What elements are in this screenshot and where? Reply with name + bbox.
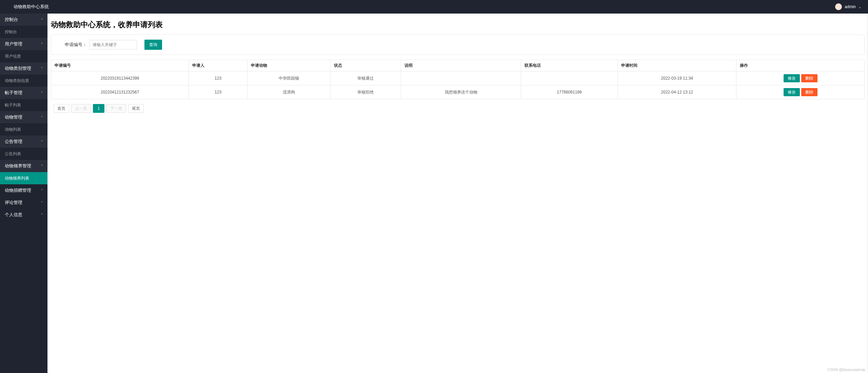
cell-1-3: 审核拒绝 <box>330 85 401 99</box>
col-header-5: 联系电话 <box>521 60 617 71</box>
chevron-up-icon: ˄ <box>41 140 43 144</box>
sidebar-item-0-0[interactable]: 控制台 <box>0 26 47 38</box>
page-prev-button[interactable]: 上一页 <box>71 104 91 113</box>
chevron-up-icon: ˄ <box>41 116 43 119</box>
table-row: 20220319113442398123中华田园猫审核通过2022-03-19 … <box>51 71 865 85</box>
cell-1-5: 17766091168 <box>521 85 617 99</box>
cell-1-1: 123 <box>189 85 247 99</box>
delete-button[interactable]: 删除 <box>801 74 817 82</box>
cell-1-4: 我想领养这个动物 <box>401 85 521 99</box>
cell-0-5 <box>521 71 617 85</box>
sidebar-item-3-0[interactable]: 帖子列表 <box>0 99 47 111</box>
cell-1-0: 20220412131232567 <box>51 85 189 99</box>
sidebar-group-label: 动物管理 <box>5 114 22 120</box>
sidebar-group-label: 帖子管理 <box>5 90 22 96</box>
page-number-1[interactable]: 1 <box>93 104 104 113</box>
sidebar-group-label: 动物捐赠管理 <box>5 187 31 193</box>
sidebar-group-7[interactable]: 动物捐赠管理˅ <box>0 184 47 196</box>
table-row: 20220412131232567123流浪狗审核拒绝我想领养这个动物17766… <box>51 85 865 99</box>
sidebar-item-4-0[interactable]: 动物列表 <box>0 123 47 136</box>
chevron-up-icon: ˄ <box>41 164 43 168</box>
sidebar-group-8[interactable]: 评论管理˅ <box>0 196 47 209</box>
query-button[interactable]: 查询 <box>144 40 162 50</box>
sidebar-item-5-0[interactable]: 公告列表 <box>0 148 47 160</box>
sidebar-group-3[interactable]: 帖子管理˄ <box>0 87 47 99</box>
cell-actions: 修改删除 <box>736 85 865 99</box>
chevron-up-icon: ˄ <box>41 42 43 46</box>
col-header-2: 申请动物 <box>247 60 330 71</box>
col-header-3: 状态 <box>330 60 401 71</box>
watermark: CSDN @biyezuopinvip <box>827 368 865 372</box>
pagination: 首页 上一页 1 下一页 尾页 <box>51 104 865 113</box>
page-next-button[interactable]: 下一页 <box>106 104 126 113</box>
col-header-7: 操作 <box>736 60 865 71</box>
sidebar-group-1[interactable]: 用户管理˄ <box>0 38 47 50</box>
chevron-down-icon: ˅ <box>41 189 43 192</box>
sidebar-group-6[interactable]: 动物领养管理˄ <box>0 160 47 172</box>
sidebar-group-label: 个人信息 <box>5 212 22 218</box>
cell-0-1: 123 <box>189 71 247 85</box>
sidebar-group-4[interactable]: 动物管理˄ <box>0 111 47 123</box>
cell-1-6: 2022-04-12 13:12 <box>618 85 736 99</box>
sidebar-group-2[interactable]: 动物类别管理˄ <box>0 62 47 75</box>
sidebar-group-label: 公告管理 <box>5 139 22 145</box>
cell-0-2: 中华田园猫 <box>247 71 330 85</box>
sidebar-item-1-0[interactable]: 用户信息 <box>0 50 47 62</box>
scrollbar[interactable] <box>867 14 868 373</box>
user-menu[interactable]: admin ⌄ <box>835 3 861 10</box>
edit-button[interactable]: 修改 <box>784 74 800 82</box>
page-title: 动物救助中心系统，收养申请列表 <box>51 20 865 30</box>
cell-actions: 修改删除 <box>736 71 865 85</box>
search-panel: 申请编号： 查询 <box>51 35 865 55</box>
sidebar: 控制台˄控制台用户管理˄用户信息动物类别管理˄动物类别信息帖子管理˄帖子列表动物… <box>0 14 47 373</box>
page-last-button[interactable]: 尾页 <box>128 104 144 113</box>
sidebar-item-2-0[interactable]: 动物类别信息 <box>0 75 47 87</box>
brand-title: 动物救助中心系统 <box>14 4 49 10</box>
avatar-icon <box>835 3 842 10</box>
chevron-up-icon: ˄ <box>41 91 43 95</box>
sidebar-group-label: 评论管理 <box>5 200 22 206</box>
sidebar-item-6-0[interactable]: 动物领养列表 <box>0 172 47 184</box>
sidebar-group-0[interactable]: 控制台˄ <box>0 14 47 26</box>
table-body: 20220319113442398123中华田园猫审核通过2022-03-19 … <box>51 71 865 99</box>
sidebar-group-label: 动物领养管理 <box>5 163 31 169</box>
sidebar-group-label: 动物类别管理 <box>5 65 31 71</box>
sidebar-group-label: 用户管理 <box>5 41 22 47</box>
chevron-up-icon: ˄ <box>41 18 43 22</box>
cell-1-2: 流浪狗 <box>247 85 330 99</box>
col-header-0: 申请编号 <box>51 60 189 71</box>
chevron-up-icon: ˄ <box>41 67 43 70</box>
sidebar-group-9[interactable]: 个人信息˅ <box>0 209 47 221</box>
chevron-down-icon: ˅ <box>41 213 43 217</box>
main-content: 动物救助中心系统，收养申请列表 申请编号： 查询 申请编号申请人申请动物状态说明… <box>47 14 868 373</box>
search-label: 申请编号： <box>65 42 87 48</box>
cell-0-0: 20220319113442398 <box>51 71 189 85</box>
chevron-down-icon: ˅ <box>41 201 43 205</box>
edit-button[interactable]: 修改 <box>784 88 800 96</box>
delete-button[interactable]: 删除 <box>801 88 817 96</box>
sidebar-group-label: 控制台 <box>5 17 18 23</box>
col-header-6: 申请时间 <box>618 60 736 71</box>
cell-0-3: 审核通过 <box>330 71 401 85</box>
cell-0-4 <box>401 71 521 85</box>
sidebar-group-5[interactable]: 公告管理˄ <box>0 136 47 148</box>
col-header-1: 申请人 <box>189 60 247 71</box>
cell-0-6: 2022-03-19 11:34 <box>618 71 736 85</box>
chevron-down-icon: ⌄ <box>859 5 861 9</box>
page-first-button[interactable]: 首页 <box>54 104 69 113</box>
username-label: admin <box>845 4 856 9</box>
search-input[interactable] <box>90 40 137 49</box>
table-header-row: 申请编号申请人申请动物状态说明联系电话申请时间操作 <box>51 60 865 71</box>
col-header-4: 说明 <box>401 60 521 71</box>
applications-table: 申请编号申请人申请动物状态说明联系电话申请时间操作 20220319113442… <box>51 60 865 99</box>
topbar: 动物救助中心系统 admin ⌄ <box>0 0 868 14</box>
